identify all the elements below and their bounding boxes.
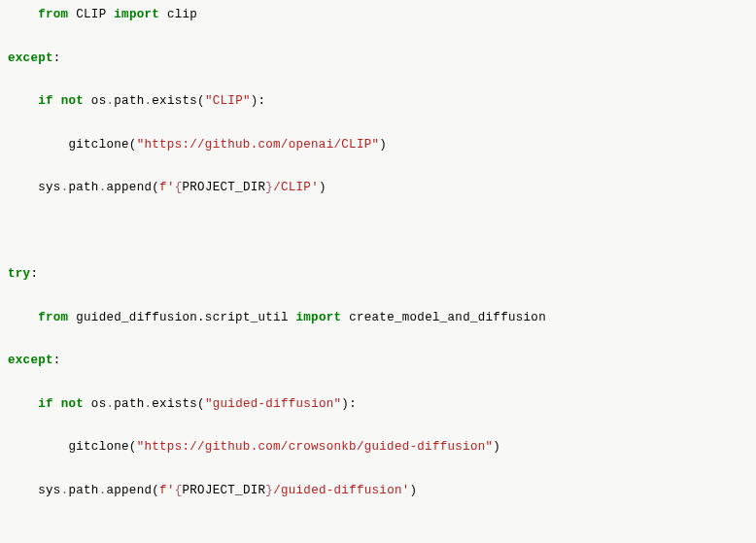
blank-line bbox=[8, 221, 748, 242]
code-line: gitclone("https://github.com/openai/CLIP… bbox=[8, 134, 748, 155]
keyword-if: if bbox=[38, 94, 53, 108]
fstring-brace: } bbox=[265, 181, 273, 194]
call: exists( bbox=[152, 94, 205, 108]
close: ) bbox=[319, 181, 326, 194]
fstring-prefix: f' bbox=[159, 181, 175, 194]
string-literal: "guided-diffusion" bbox=[205, 397, 341, 411]
fstring-var: PROJECT_DIR bbox=[183, 484, 266, 497]
keyword-import: import bbox=[114, 8, 159, 21]
code-line: from CLIP import clip bbox=[8, 4, 748, 25]
close: ) bbox=[493, 440, 500, 454]
code-line: if not os.path.exists("guided-diffusion"… bbox=[8, 393, 748, 415]
code-line: sys.path.append(f'{PROJECT_DIR}/guided-d… bbox=[8, 480, 748, 501]
call: gitclone( bbox=[68, 138, 136, 152]
code-line: except: bbox=[8, 48, 748, 69]
colon: : bbox=[53, 51, 61, 65]
code-line: gitclone("https://github.com/crowsonkb/g… bbox=[8, 436, 748, 458]
keyword-from: from bbox=[38, 311, 68, 324]
string-literal: /CLIP' bbox=[273, 181, 319, 194]
code-line: sys.path.append(f'{PROJECT_DIR}/CLIP') bbox=[8, 177, 748, 198]
keyword-try: try bbox=[8, 267, 30, 281]
ident: os bbox=[91, 397, 107, 411]
code-line: try: bbox=[8, 263, 748, 285]
blank-line bbox=[8, 523, 748, 543]
ident: sys bbox=[38, 484, 60, 497]
fstring-brace: } bbox=[265, 484, 273, 497]
fstring-var: PROJECT_DIR bbox=[183, 181, 266, 194]
fstring-brace: { bbox=[175, 181, 183, 194]
call: exists( bbox=[152, 397, 205, 411]
import-name: create_model_and_diffusion bbox=[349, 311, 546, 324]
close: ): bbox=[341, 397, 357, 411]
colon: : bbox=[30, 267, 38, 281]
close: ): bbox=[251, 94, 266, 108]
fstring-brace: { bbox=[175, 484, 183, 497]
module-name: guided_diffusion.script_util bbox=[76, 311, 288, 324]
close: ) bbox=[410, 484, 418, 497]
code-block: from CLIP import clip except: if not os.… bbox=[8, 4, 748, 543]
keyword-except: except bbox=[8, 51, 53, 65]
ident: sys bbox=[38, 181, 60, 194]
code-line: except: bbox=[8, 350, 748, 371]
keyword-from: from bbox=[38, 8, 68, 21]
ident: os bbox=[91, 94, 107, 108]
call: gitclone( bbox=[68, 440, 136, 454]
string-literal: "https://github.com/crowsonkb/guided-dif… bbox=[137, 440, 494, 454]
call: append( bbox=[106, 181, 159, 194]
string-literal: "CLIP" bbox=[205, 94, 251, 108]
string-literal: /guided-diffusion' bbox=[273, 484, 409, 497]
ident: path bbox=[68, 484, 98, 497]
colon: : bbox=[53, 354, 61, 367]
keyword-not: not bbox=[61, 94, 84, 108]
keyword-import: import bbox=[296, 311, 342, 324]
ident: path bbox=[68, 181, 98, 194]
module-name: CLIP bbox=[76, 8, 106, 21]
import-name: clip bbox=[167, 8, 197, 21]
fstring-prefix: f' bbox=[159, 484, 175, 497]
ident: path bbox=[114, 397, 144, 411]
keyword-not: not bbox=[61, 397, 84, 411]
code-line: from guided_diffusion.script_util import… bbox=[8, 307, 748, 328]
string-literal: "https://github.com/openai/CLIP" bbox=[137, 138, 380, 152]
call: append( bbox=[106, 484, 159, 497]
close: ) bbox=[379, 138, 387, 152]
ident: path bbox=[114, 94, 144, 108]
code-line: if not os.path.exists("CLIP"): bbox=[8, 90, 748, 112]
keyword-if: if bbox=[38, 397, 53, 411]
keyword-except: except bbox=[8, 354, 53, 367]
